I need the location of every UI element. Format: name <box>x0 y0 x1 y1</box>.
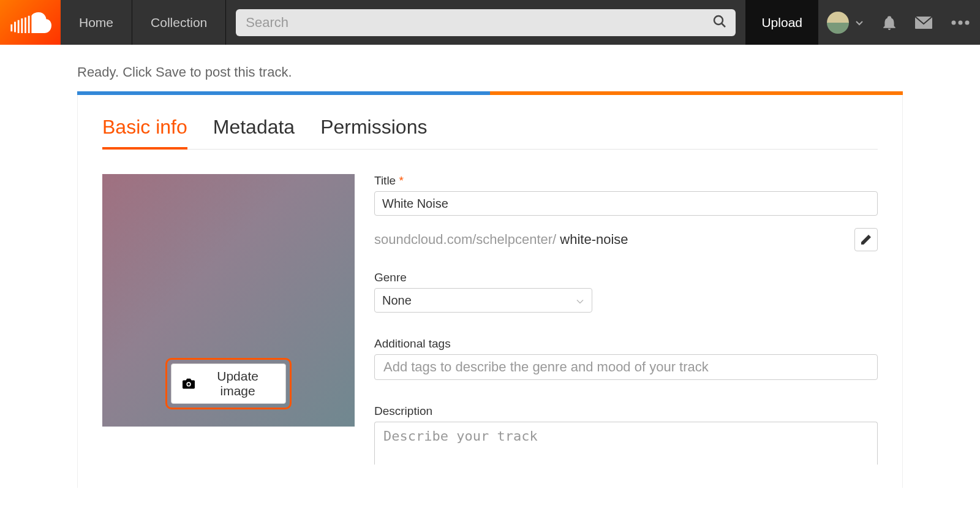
search-input[interactable] <box>236 9 736 36</box>
camera-icon <box>183 378 195 389</box>
soundcloud-logo[interactable] <box>0 0 61 45</box>
required-indicator: * <box>399 174 403 187</box>
upload-panel: Basic info Metadata Permissions Update i… <box>77 95 903 488</box>
update-image-button[interactable]: Update image <box>171 363 286 404</box>
tags-label: Additional tags <box>374 337 878 351</box>
status-message: Ready. Click Save to post this track. <box>0 45 980 91</box>
description-field-group: Description <box>374 404 878 467</box>
chevron-down-icon <box>855 17 864 28</box>
pencil-icon <box>860 234 872 246</box>
permalink-row: soundcloud.com/schelpcenter/ white-noise <box>374 228 878 251</box>
permalink-text: soundcloud.com/schelpcenter/ white-noise <box>374 232 628 248</box>
svg-point-5 <box>965 20 970 25</box>
tab-basic-info[interactable]: Basic info <box>102 116 187 150</box>
more-button[interactable] <box>941 0 980 45</box>
notifications-button[interactable] <box>872 0 907 45</box>
search-icon[interactable] <box>712 14 727 31</box>
content-area: Ready. Click Save to post this track. Ba… <box>0 45 980 488</box>
bell-icon <box>881 15 897 31</box>
user-menu[interactable] <box>818 0 872 45</box>
search-container <box>226 0 745 45</box>
svg-line-1 <box>722 23 726 27</box>
track-artwork: Update image <box>102 174 355 427</box>
svg-point-7 <box>187 383 190 385</box>
permalink-slug: white-noise <box>560 232 628 247</box>
upload-progress <box>77 91 903 95</box>
cloud-icon <box>10 10 51 35</box>
genre-select[interactable]: None <box>374 288 592 313</box>
genre-field-group: Genre None <box>374 271 878 330</box>
update-image-label: Update image <box>201 369 274 398</box>
form-fields: Title * soundcloud.com/schelpcenter/ whi… <box>374 174 878 467</box>
genre-value: None <box>382 294 412 308</box>
description-textarea[interactable] <box>374 422 878 465</box>
title-label: Title * <box>374 174 878 188</box>
description-label: Description <box>374 404 878 418</box>
title-field-group: Title * <box>374 174 878 216</box>
messages-button[interactable] <box>907 0 941 45</box>
tabs: Basic info Metadata Permissions <box>102 116 878 150</box>
form-area: Update image Title * soundcloud.com/sche… <box>102 174 878 467</box>
tab-metadata[interactable]: Metadata <box>213 116 295 149</box>
nav-collection[interactable]: Collection <box>132 0 226 45</box>
upload-button[interactable]: Upload <box>745 0 818 45</box>
mail-icon <box>914 16 933 29</box>
svg-point-0 <box>714 16 723 25</box>
nav-home[interactable]: Home <box>61 0 132 45</box>
app-header: Home Collection Upload <box>0 0 980 45</box>
edit-permalink-button[interactable] <box>854 228 878 251</box>
svg-point-4 <box>959 20 963 25</box>
search-box <box>236 9 736 36</box>
tags-input[interactable] <box>374 354 878 380</box>
tags-field-group: Additional tags <box>374 337 878 397</box>
tab-permissions[interactable]: Permissions <box>320 116 427 149</box>
update-image-highlight: Update image <box>165 358 292 409</box>
more-icon <box>951 20 970 25</box>
svg-point-3 <box>952 20 956 25</box>
chevron-down-icon <box>576 294 584 308</box>
avatar <box>827 12 849 34</box>
title-input[interactable] <box>374 191 878 216</box>
genre-label: Genre <box>374 271 878 284</box>
